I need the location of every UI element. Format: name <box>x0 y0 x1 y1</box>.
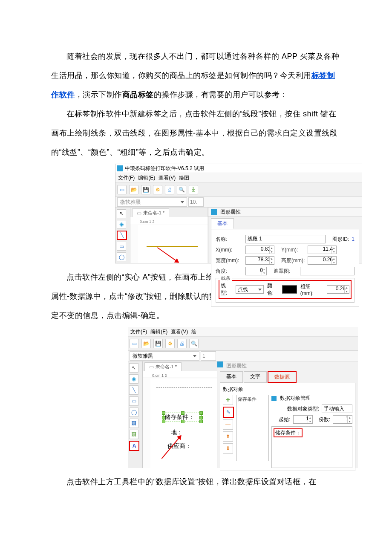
pointer-tool-icon[interactable]: ↖ <box>117 209 126 218</box>
main-toolbar: ▭ 📂 💾 ⚙ 🖨 🔍 🗄 <box>115 183 362 197</box>
settings-icon[interactable]: ⚙ <box>153 185 162 194</box>
list-item[interactable]: 储存条件 <box>238 396 268 402</box>
font-size-2[interactable]: 1 <box>201 351 216 361</box>
zoom-icon[interactable]: 🔍 <box>177 185 186 194</box>
tab-basic-2[interactable]: 基本 <box>220 371 243 383</box>
lbl-thickness: 粗细(mm): <box>300 283 323 296</box>
font-name: 微软雅黑 <box>120 199 141 206</box>
tab-basic[interactable]: 基本 <box>211 218 234 229</box>
data-object-list[interactable]: 储存条件 <box>236 395 269 461</box>
menu-view[interactable]: 查看(V) <box>171 328 188 335</box>
dropdown-icon <box>193 355 196 357</box>
open-icon[interactable]: 📂 <box>141 339 151 348</box>
ellipse-tool-icon[interactable]: ◯ <box>117 252 126 261</box>
select-obj-type[interactable]: 手动输入 <box>322 405 352 413</box>
new-icon[interactable]: ▭ <box>117 185 127 194</box>
delete-item-icon[interactable]: — <box>223 419 233 430</box>
left-tool-strip: ↖ ◉ ╲ ▭ ◯ <box>115 208 130 263</box>
lbl-obj-type: 数据对象类型: <box>287 405 319 413</box>
drawn-dashed-line <box>156 387 212 387</box>
document-tab-label-2: 未命名-1 * <box>156 364 177 370</box>
select-line-type[interactable]: 点线 <box>236 285 264 294</box>
roundrect-tool-icon[interactable]: ▭ <box>129 396 138 406</box>
val-graphic-id: 1 <box>352 236 355 242</box>
add-item-icon[interactable]: ✚ <box>223 395 233 405</box>
ellipse-tool-icon[interactable]: ◯ <box>129 408 138 417</box>
roundrect-tool-icon[interactable]: ▭ <box>117 242 126 251</box>
lbl-data-object: 数据对象 <box>223 386 352 393</box>
input-name[interactable]: 线段 1 <box>245 235 326 243</box>
selected-text-box[interactable]: 储存条件： <box>163 413 202 422</box>
annotation-arrow-icon <box>157 247 179 263</box>
menu-edit[interactable]: 编辑(E) <box>138 174 155 182</box>
paragraph-2: 在标签制作软件中新建标签之后，点击软件左侧的“线段”按钮，按住 shift 键在… <box>51 104 341 162</box>
save-icon[interactable]: 💾 <box>141 185 150 194</box>
settings-icon[interactable]: ⚙ <box>165 339 175 348</box>
document-tab-2[interactable]: ▭ 未命名-1 * <box>144 362 182 371</box>
menu-draw[interactable]: 绘图 <box>179 174 189 182</box>
save-icon[interactable]: 💾 <box>153 339 163 348</box>
p1-text-a: 随着社会的发展，现在很多人不出门，都可以通过各种各样的 APP 买菜及各种生活用… <box>51 52 339 80</box>
line-row-highlight: 线型: 点线 颜色: 粗细(mm): 0.26▴▾ <box>219 280 352 299</box>
color-swatch[interactable] <box>282 285 297 294</box>
main-toolbar-2: ▭ 📂 💾 ⚙ 🖨 🔍 <box>128 337 358 351</box>
open-icon[interactable]: 📂 <box>129 185 138 194</box>
app-logo-icon <box>117 165 123 171</box>
input-y[interactable]: 11.4▴▾ <box>308 246 337 254</box>
lbl-start: 起始: <box>279 416 290 423</box>
move-down-icon[interactable]: ⬇ <box>223 443 233 454</box>
line-group: 线条 线型: 点线 颜色: 粗细(mm): 0.26▴▾ <box>216 278 355 303</box>
print-icon[interactable]: 🖨 <box>177 339 187 348</box>
input-count[interactable]: 1▴▾ <box>333 415 352 424</box>
line-tool-icon[interactable]: ╲ <box>129 385 138 395</box>
menu-file[interactable]: 文件(F) <box>130 328 147 335</box>
input-height[interactable]: 0.26▴▾ <box>308 256 337 265</box>
pan-tool-icon[interactable]: ◉ <box>129 374 138 384</box>
lbl-count: 份数: <box>319 416 330 423</box>
dialog-title-2: 图形属性 <box>226 363 247 369</box>
lbl-line-type: 线型: <box>221 282 232 297</box>
menu-file[interactable]: 文件(F) <box>118 174 135 182</box>
tab-data-source[interactable]: 数据源 <box>268 371 297 383</box>
dialog-logo-icon <box>217 361 223 367</box>
move-up-icon[interactable]: ⬆ <box>223 431 233 442</box>
input-thickness[interactable]: 0.26▴▾ <box>327 285 349 294</box>
image2-tool-icon[interactable]: 🖼 <box>129 430 138 439</box>
font-size[interactable]: 10. <box>188 197 204 207</box>
zoom-icon[interactable]: 🔍 <box>189 339 199 348</box>
app-titlebar: 中琅条码标签打印软件-V6.5.2 试用 <box>115 164 362 173</box>
db-icon[interactable]: 🗄 <box>189 185 198 194</box>
app-title: 中琅条码标签打印软件-V6.5.2 试用 <box>125 165 204 172</box>
dropdown-icon <box>258 289 262 291</box>
drawn-line[interactable] <box>147 246 198 247</box>
edit-item-icon[interactable]: ✎ <box>223 407 234 418</box>
tab-text[interactable]: 文字 <box>244 371 267 383</box>
text-tool-icon[interactable]: A <box>129 441 139 451</box>
figure-data-source: 文件(F) 编辑(E) 查看(V) 绘 ▭ 📂 💾 ⚙ 🖨 🔍 微软雅黑 1 <box>128 327 358 468</box>
p1-text-b: ，演示下制作 <box>75 90 122 99</box>
print-icon[interactable]: 🖨 <box>165 185 174 194</box>
input-mask[interactable] <box>300 267 355 275</box>
font-select[interactable]: 微软雅黑 <box>117 197 187 207</box>
menu-bar: 文件(F) 编辑(E) 查看(V) 绘图 <box>115 173 362 183</box>
font-name-2: 微软雅黑 <box>133 353 153 360</box>
input-start[interactable]: 1▴▾ <box>293 415 313 424</box>
lbl-color: 颜色: <box>267 282 279 297</box>
font-select-2[interactable]: 微软雅黑 <box>130 351 199 361</box>
menu-draw[interactable]: 绘 <box>191 328 196 335</box>
dropdown-icon <box>181 201 184 203</box>
p1-text-c: 的操作步骤，有需要的用户可以参考： <box>154 90 288 99</box>
pan-tool-icon[interactable]: ◉ <box>117 220 126 229</box>
data-text-area[interactable]: 储存条件： <box>271 426 352 468</box>
line-tool-icon[interactable]: ╲ <box>117 231 127 240</box>
input-x[interactable]: 0.81▴▾ <box>245 246 274 254</box>
menu-view[interactable]: 查看(V) <box>159 174 176 182</box>
image-tool-icon[interactable]: 🖼 <box>129 419 138 428</box>
pointer-tool-icon[interactable]: ↖ <box>129 363 138 373</box>
new-icon[interactable]: ▭ <box>130 339 139 348</box>
document-tab[interactable]: ▭ 未命名-1 * <box>132 208 169 217</box>
lbl-y: Y(mm): <box>281 247 305 253</box>
menu-edit[interactable]: 编辑(E) <box>150 328 167 335</box>
input-angle[interactable]: 0▴▾ <box>245 267 267 275</box>
input-width[interactable]: 78.32▴▾ <box>245 256 274 265</box>
